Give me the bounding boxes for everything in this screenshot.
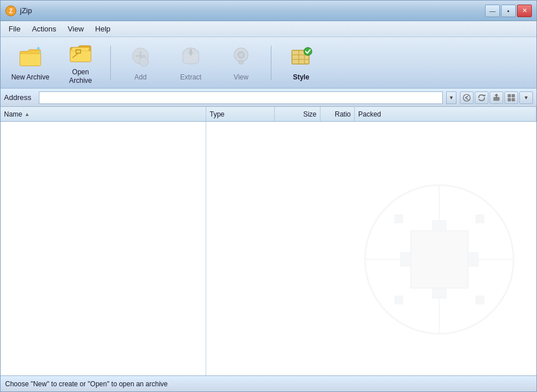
svg-rect-36 <box>395 215 403 223</box>
nav-up-button[interactable] <box>490 91 503 104</box>
svg-rect-31 <box>411 231 468 288</box>
svg-rect-34 <box>432 221 446 231</box>
svg-rect-35 <box>432 288 446 298</box>
main-content <box>1 122 536 375</box>
view-mode-button[interactable] <box>504 91 518 104</box>
app-icon: Z <box>5 5 17 17</box>
open-archive-icon <box>67 41 94 66</box>
status-text: Choose "New" to create or "Open" to open… <box>5 380 168 388</box>
style-label: Style <box>293 73 310 81</box>
open-archive-button[interactable]: Open Archive <box>58 41 103 84</box>
add-label: Add <box>134 73 146 81</box>
address-dropdown-button[interactable]: ▼ <box>446 91 456 104</box>
new-archive-button[interactable]: ✦ ✦ New Archive <box>7 41 53 84</box>
address-input[interactable] <box>39 91 443 104</box>
svg-point-21 <box>463 94 470 101</box>
file-list-area <box>1 122 206 375</box>
toolbar-separator-1 <box>110 46 111 80</box>
svg-text:Z: Z <box>9 8 13 14</box>
title-controls: — ▪ ✕ <box>485 5 532 17</box>
sort-arrow-name: ▲ <box>25 111 30 117</box>
view-icon <box>227 44 255 71</box>
menu-file[interactable]: File <box>3 23 26 35</box>
right-panel <box>206 122 536 375</box>
column-headers: Name ▲ Type Size Ratio Packed <box>1 107 536 122</box>
svg-rect-38 <box>395 296 403 304</box>
new-archive-label: New Archive <box>11 73 50 81</box>
svg-rect-24 <box>508 94 511 97</box>
svg-rect-33 <box>468 253 478 266</box>
style-icon <box>287 44 315 71</box>
extract-button: Extract <box>168 41 214 84</box>
address-bar: Address ▼ <box>1 89 536 107</box>
view-dropdown-button[interactable]: ▼ <box>519 91 533 104</box>
close-button[interactable]: ✕ <box>517 5 532 17</box>
svg-rect-27 <box>512 98 515 101</box>
maximize-button[interactable]: ▪ <box>501 5 516 17</box>
view-label: View <box>234 73 249 81</box>
menu-view[interactable]: View <box>62 23 90 35</box>
title-bar: Z jZip — ▪ ✕ <box>1 1 536 21</box>
extract-label: Extract <box>180 73 201 81</box>
menu-actions[interactable]: Actions <box>26 23 62 35</box>
minimize-button[interactable]: — <box>485 5 500 17</box>
toolbar-separator-2 <box>271 46 271 80</box>
add-icon <box>127 44 154 71</box>
svg-rect-14 <box>239 61 243 64</box>
svg-rect-25 <box>512 94 515 97</box>
status-bar: Choose "New" to create or "Open" to open… <box>1 375 536 391</box>
svg-rect-32 <box>400 253 411 266</box>
view-button: View <box>218 41 264 84</box>
address-action-buttons: ▼ <box>460 91 533 104</box>
col-header-ratio[interactable]: Ratio <box>320 107 355 121</box>
add-button: Add <box>118 41 163 84</box>
col-header-type[interactable]: Type <box>206 107 275 121</box>
menu-help[interactable]: Help <box>90 23 117 35</box>
svg-rect-8 <box>141 60 147 63</box>
col-header-size[interactable]: Size <box>275 107 320 121</box>
nav-refresh-button[interactable] <box>475 91 488 104</box>
extract-icon <box>177 44 205 71</box>
style-button[interactable]: Style <box>278 41 324 84</box>
svg-text:✦: ✦ <box>38 50 42 54</box>
address-label: Address <box>4 93 35 102</box>
svg-rect-26 <box>508 98 511 101</box>
title-bar-left: Z jZip <box>5 5 32 17</box>
menu-bar: File Actions View Help <box>1 21 536 37</box>
watermark <box>359 179 519 341</box>
svg-rect-37 <box>476 215 484 223</box>
title-text: jZip <box>20 6 32 15</box>
nav-back-button[interactable] <box>460 91 474 104</box>
svg-point-13 <box>240 54 243 57</box>
open-archive-label: Open Archive <box>61 68 101 85</box>
toolbar: ✦ ✦ New Archive Open Archive <box>1 37 536 89</box>
new-archive-icon: ✦ ✦ <box>17 44 44 71</box>
main-window: Z jZip — ▪ ✕ File Actions View Help ✦ <box>0 0 537 392</box>
col-header-name[interactable]: Name ▲ <box>1 107 206 121</box>
col-header-packed[interactable]: Packed <box>355 107 536 121</box>
svg-rect-39 <box>476 296 484 304</box>
